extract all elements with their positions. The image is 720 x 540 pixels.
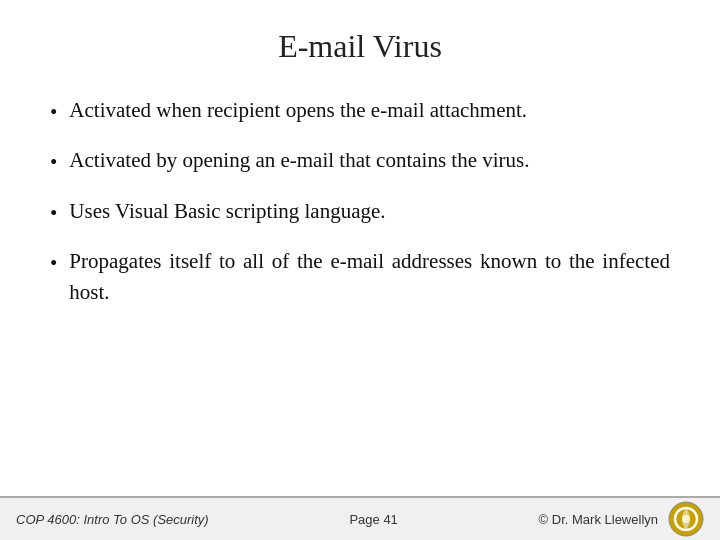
svg-point-2 <box>682 515 690 523</box>
bullet-item-2: • Activated by opening an e-mail that co… <box>50 145 670 177</box>
bullet-dot-2: • <box>50 147 57 177</box>
slide-content: • Activated when recipient opens the e-m… <box>0 85 720 496</box>
footer-course: COP 4600: Intro To OS (Security) <box>16 512 209 527</box>
bullet-text-3: Uses Visual Basic scripting language. <box>69 196 670 226</box>
bullet-text-2: Activated by opening an e-mail that cont… <box>69 145 670 175</box>
bullet-text-1: Activated when recipient opens the e-mai… <box>69 95 670 125</box>
bullet-item-3: • Uses Visual Basic scripting language. <box>50 196 670 228</box>
footer-page: Page 41 <box>349 512 397 527</box>
slide-footer: COP 4600: Intro To OS (Security) Page 41… <box>0 496 720 540</box>
bullet-text-4: Propagates itself to all of the e-mail a… <box>69 246 670 307</box>
slide-title: E-mail Virus <box>0 0 720 85</box>
footer-copyright: © Dr. Mark Llewellyn <box>539 512 658 527</box>
bullet-item-1: • Activated when recipient opens the e-m… <box>50 95 670 127</box>
bullet-dot-1: • <box>50 97 57 127</box>
bullet-dot-4: • <box>50 248 57 278</box>
slide: E-mail Virus • Activated when recipient … <box>0 0 720 540</box>
footer-right-group: © Dr. Mark Llewellyn <box>539 501 704 537</box>
bullet-dot-3: • <box>50 198 57 228</box>
bullet-item-4: • Propagates itself to all of the e-mail… <box>50 246 670 307</box>
footer-logo <box>668 501 704 537</box>
